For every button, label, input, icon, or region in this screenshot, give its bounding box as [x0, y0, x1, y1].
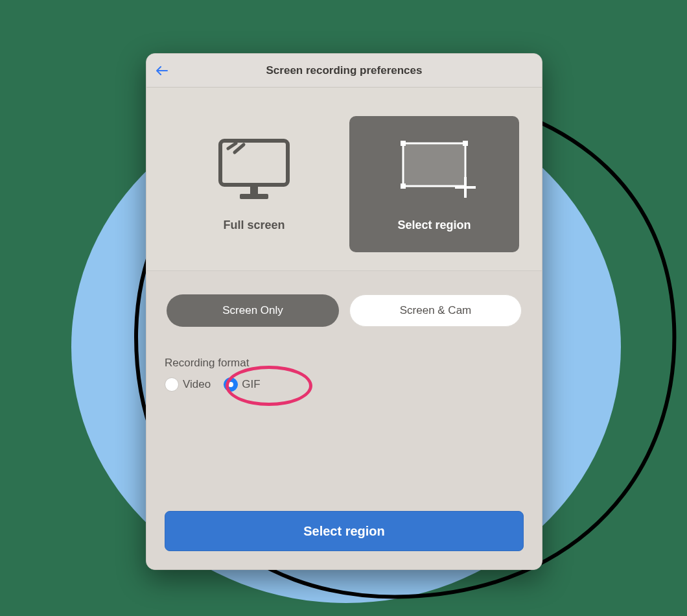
capture-mode-label: Select region [397, 219, 471, 232]
preferences-dialog: Screen recording preferences Full screen [146, 53, 542, 570]
format-radio-video[interactable] [165, 377, 179, 392]
svg-line-1 [228, 143, 236, 148]
format-radio-gif[interactable] [224, 377, 238, 392]
svg-line-2 [235, 145, 244, 152]
crop-region-icon [389, 137, 480, 203]
recording-format-row: Video GIF [165, 377, 524, 392]
capture-mode-label: Full screen [223, 219, 285, 232]
options-section: Screen Only Screen & Cam Recording forma… [146, 271, 542, 569]
primary-action-button[interactable]: Select region [165, 511, 524, 551]
pill-label: Screen Only [222, 304, 283, 317]
primary-action-label: Select region [303, 524, 385, 539]
format-label-video[interactable]: Video [183, 378, 211, 391]
capture-mode-section: Full screen Select region [146, 88, 542, 271]
annotation-highlight-oval [226, 366, 312, 406]
svg-rect-4 [240, 194, 268, 199]
source-mode-screen-only[interactable]: Screen Only [167, 294, 339, 327]
dialog-title: Screen recording preferences [266, 64, 423, 77]
svg-rect-7 [463, 141, 468, 146]
monitor-icon [215, 137, 293, 203]
capture-mode-full-screen[interactable]: Full screen [169, 116, 339, 252]
capture-mode-select-region[interactable]: Select region [349, 116, 519, 252]
back-button[interactable] [154, 63, 170, 78]
svg-rect-8 [401, 184, 406, 189]
titlebar: Screen recording preferences [146, 54, 542, 88]
source-mode-screen-and-cam[interactable]: Screen & Cam [349, 294, 522, 327]
stage: Screen recording preferences Full screen [0, 0, 687, 616]
format-label-gif[interactable]: GIF [242, 378, 260, 391]
arrow-left-icon [156, 66, 168, 75]
svg-rect-3 [250, 185, 258, 194]
dialog-body: Screen recording preferences Full screen [146, 53, 542, 570]
svg-rect-6 [401, 141, 406, 146]
svg-rect-5 [403, 143, 465, 186]
pill-label: Screen & Cam [400, 304, 472, 317]
source-mode-row: Screen Only Screen & Cam [165, 294, 524, 327]
recording-format-heading: Recording format [165, 357, 524, 370]
